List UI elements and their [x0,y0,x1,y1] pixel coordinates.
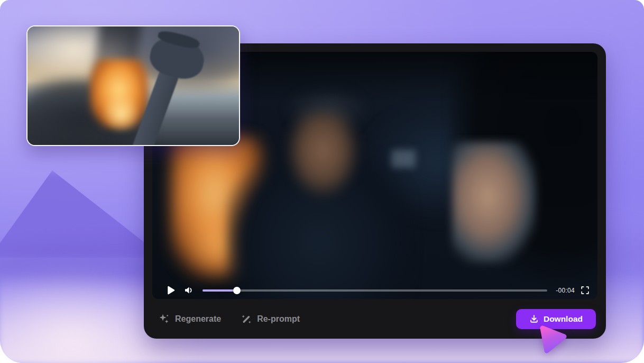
fullscreen-icon [581,286,589,294]
sparkles-icon [159,313,170,324]
player-controls: -00:04 [152,282,597,299]
regenerate-label: Regenerate [175,314,221,324]
regenerate-button[interactable]: Regenerate [159,313,221,324]
time-remaining: -00:04 [556,287,575,294]
download-icon [529,314,539,324]
seek-fill [203,289,237,292]
reprompt-button[interactable]: Re-prompt [241,314,300,324]
volume-icon [184,286,194,295]
reprompt-label: Re-prompt [257,314,300,324]
volume-button[interactable] [184,286,194,295]
play-icon [167,286,175,295]
play-button[interactable] [167,286,175,295]
video-frame-man-face [287,113,358,197]
seek-track[interactable] [203,289,547,292]
result-toolbar: Regenerate Re-prompt Download [144,299,606,339]
thumbnail-explosion-core [102,95,141,132]
app-canvas: -00:04 Regenerate [0,0,644,363]
fullscreen-button[interactable] [581,286,589,294]
seek-bar[interactable] [203,287,547,294]
seek-handle[interactable] [233,287,241,294]
download-label: Download [544,314,583,324]
download-button[interactable]: Download [516,309,596,329]
toolbar-left-group: Regenerate Re-prompt [159,313,300,324]
video-frame-woman-face [452,142,537,264]
pen-sparkle-icon [241,314,252,324]
video-frame-window-light [391,150,416,168]
generated-video-thumbnail[interactable] [26,25,240,146]
